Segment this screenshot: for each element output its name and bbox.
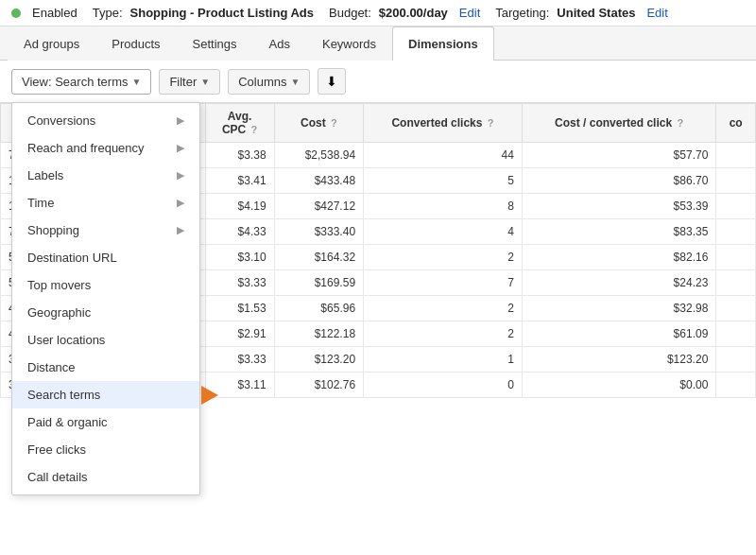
cell-cost-conv: $32.98 <box>522 296 715 321</box>
dropdown-item-label: Shopping <box>27 223 79 237</box>
dropdown-item-label: Paid & organic <box>27 415 108 429</box>
dropdown-item-geographic[interactable]: Geographic <box>12 299 199 326</box>
col-header-cost[interactable]: Cost ? <box>274 104 363 143</box>
cell-cpc: $3.33 <box>205 270 274 296</box>
tab-products[interactable]: Products <box>95 26 176 61</box>
help-icon[interactable]: ? <box>677 117 683 129</box>
cell-co <box>716 347 756 373</box>
cell-conv-clicks: 4 <box>364 219 523 245</box>
filter-btn-label: Filter <box>169 75 197 89</box>
budget-label: Budget: <box>329 6 371 20</box>
filter-chevron-icon: ▼ <box>200 77 210 87</box>
cell-co <box>716 296 756 321</box>
dropdown-item-label: Distance <box>27 360 76 374</box>
dropdown-item-search-terms[interactable]: Search terms <box>12 381 199 408</box>
cell-conv-clicks: 5 <box>364 168 523 194</box>
cell-cpc: $4.19 <box>205 194 274 219</box>
tab-ads[interactable]: Ads <box>253 26 306 61</box>
dropdown-item-call-details[interactable]: Call details <box>12 463 199 491</box>
tabs-bar: Ad groups Products Settings Ads Keywords… <box>0 26 756 61</box>
dropdown-item-label: Labels <box>27 168 63 182</box>
view-dropdown-menu: Conversions ▶ Reach and frequency ▶ Labe… <box>11 102 200 495</box>
tab-settings[interactable]: Settings <box>177 26 253 61</box>
help-icon[interactable]: ? <box>488 117 494 129</box>
dropdown-item-paid-organic[interactable]: Paid & organic <box>12 408 199 436</box>
columns-chevron-icon: ▼ <box>290 77 300 87</box>
submenu-arrow-icon: ▶ <box>177 224 184 236</box>
dropdown-item-conversions[interactable]: Conversions ▶ <box>12 107 199 134</box>
tab-ad-groups[interactable]: Ad groups <box>8 26 95 61</box>
dropdown-item-distance[interactable]: Distance <box>12 354 199 381</box>
cell-cost: $164.32 <box>274 245 363 270</box>
cell-cost: $433.48 <box>274 168 363 194</box>
cell-cost: $122.18 <box>274 321 363 347</box>
download-icon: ⬇ <box>326 74 337 89</box>
toolbar: View: Search terms ▼ Filter ▼ Columns ▼ … <box>0 61 756 103</box>
cell-cost-conv: $83.35 <box>522 219 715 245</box>
cell-conv-clicks: 2 <box>364 245 523 270</box>
col-header-cost-converted-click[interactable]: Cost / converted click ? <box>522 104 715 143</box>
submenu-arrow-icon: ▶ <box>177 169 184 182</box>
col-header-co: co <box>716 104 756 143</box>
status-label: Enabled <box>32 6 77 20</box>
view-search-terms-button[interactable]: View: Search terms ▼ <box>11 69 151 95</box>
dropdown-item-label: Free clicks <box>27 442 86 457</box>
cell-cost-conv: $53.39 <box>522 194 715 219</box>
targeting-value: United States <box>557 6 635 20</box>
cell-cost: $169.59 <box>274 270 363 296</box>
cell-conv-clicks: 2 <box>364 296 523 321</box>
status-dot <box>11 9 21 18</box>
columns-btn-label: Columns <box>238 75 286 89</box>
dropdown-item-label: Destination URL <box>27 251 117 265</box>
tab-keywords[interactable]: Keywords <box>306 26 392 61</box>
dropdown-item-top-movers[interactable]: Top movers <box>12 271 199 299</box>
dropdown-item-label: Top movers <box>27 278 91 292</box>
submenu-arrow-icon: ▶ <box>177 142 184 154</box>
dropdown-item-free-clicks[interactable]: Free clicks <box>12 436 199 463</box>
submenu-arrow-icon: ▶ <box>177 197 184 209</box>
cell-co <box>716 245 756 270</box>
cell-cost: $2,538.94 <box>274 143 363 168</box>
dropdown-item-label: Geographic <box>27 305 91 320</box>
col-header-converted-clicks[interactable]: Converted clicks ? <box>364 104 523 143</box>
dropdown-item-label: Conversions <box>27 113 95 128</box>
columns-button[interactable]: Columns ▼ <box>228 69 310 95</box>
targeting-edit-link[interactable]: Edit <box>646 6 667 20</box>
dropdown-item-destination-url[interactable]: Destination URL <box>12 244 199 271</box>
cell-cost-conv: $123.20 <box>522 347 715 373</box>
dropdown-item-label: Time <box>27 196 54 210</box>
help-icon[interactable]: ? <box>331 117 337 129</box>
dropdown-item-time[interactable]: Time ▶ <box>12 189 199 217</box>
cell-co <box>716 219 756 245</box>
cell-co <box>716 194 756 219</box>
filter-button[interactable]: Filter ▼ <box>159 69 220 95</box>
dropdown-item-label: Reach and frequency <box>27 141 145 155</box>
cell-cost-conv: $57.70 <box>522 143 715 168</box>
view-chevron-icon: ▼ <box>131 77 141 87</box>
cell-cost: $427.12 <box>274 194 363 219</box>
dropdown-item-user-locations[interactable]: User locations <box>12 326 199 354</box>
cell-cost: $102.76 <box>274 373 363 398</box>
cell-conv-clicks: 8 <box>364 194 523 219</box>
budget-edit-link[interactable]: Edit <box>459 6 480 20</box>
cell-conv-clicks: 7 <box>364 270 523 296</box>
dropdown-item-reach[interactable]: Reach and frequency ▶ <box>12 134 199 162</box>
dropdown-item-shopping[interactable]: Shopping ▶ <box>12 217 199 244</box>
view-btn-label: View: Search terms <box>22 75 128 89</box>
col-header-cpc[interactable]: Avg.CPC ? <box>205 104 274 143</box>
cell-conv-clicks: 44 <box>364 143 523 168</box>
dropdown-item-label: Search terms <box>27 388 100 402</box>
cell-conv-clicks: 1 <box>364 347 523 373</box>
tab-dimensions[interactable]: Dimensions <box>392 26 494 61</box>
cell-cpc: $2.91 <box>205 321 274 347</box>
cell-cost-conv: $0.00 <box>522 373 715 398</box>
cell-cost: $333.40 <box>274 219 363 245</box>
cell-cost-conv: $82.16 <box>522 245 715 270</box>
dropdown-item-label: Call details <box>27 470 88 484</box>
download-button[interactable]: ⬇ <box>318 68 346 95</box>
cell-cost: $65.96 <box>274 296 363 321</box>
dropdown-item-labels[interactable]: Labels ▶ <box>12 162 199 189</box>
cell-conv-clicks: 0 <box>364 373 523 398</box>
help-icon[interactable]: ? <box>251 124 258 135</box>
cell-co <box>716 143 756 168</box>
